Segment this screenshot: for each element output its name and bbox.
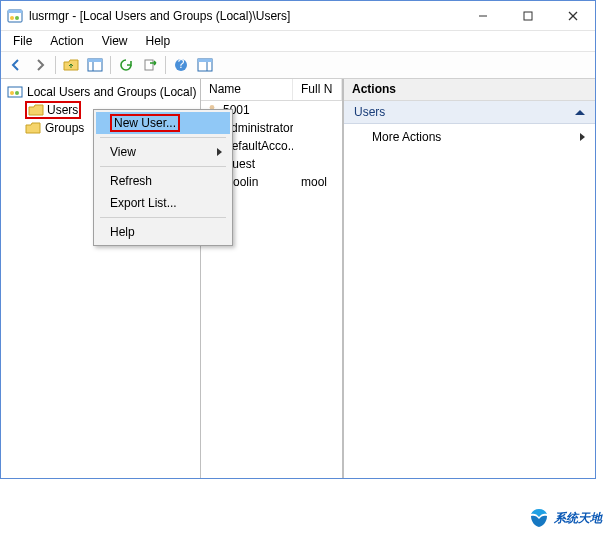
forward-button[interactable] — [29, 54, 51, 76]
tree-users-label: Users — [47, 103, 78, 117]
actions-more[interactable]: More Actions — [344, 124, 595, 150]
tree-root-label: Local Users and Groups (Local) — [27, 85, 196, 99]
actions-group-label: Users — [354, 105, 385, 119]
menu-separator — [100, 166, 226, 167]
actions-more-label: More Actions — [372, 130, 441, 144]
column-fullname[interactable]: Full N — [293, 79, 342, 100]
column-name[interactable]: Name — [201, 79, 293, 100]
show-hide-tree-button[interactable] — [84, 54, 106, 76]
menubar: File Action View Help — [1, 31, 595, 51]
client-area: Local Users and Groups (Local) Users Gro… — [1, 79, 595, 478]
back-button[interactable] — [5, 54, 27, 76]
app-icon — [7, 8, 23, 24]
actions-group-users[interactable]: Users — [344, 101, 595, 124]
watermark-text: 系统天地 — [554, 510, 602, 527]
list-header: Name Full N — [201, 79, 342, 101]
console-root-icon — [7, 85, 23, 99]
context-new-user-label: New User... — [114, 116, 176, 130]
chevron-right-icon — [580, 133, 585, 141]
list-item-full: mool — [293, 175, 342, 189]
highlight-box: Users — [25, 101, 81, 119]
context-refresh-label: Refresh — [110, 174, 152, 188]
menu-action[interactable]: Action — [42, 32, 91, 50]
svg-rect-17 — [8, 87, 22, 97]
svg-point-2 — [10, 16, 14, 20]
menu-file[interactable]: File — [5, 32, 40, 50]
list-item-name: DefaultAcco... — [223, 139, 293, 153]
chevron-right-icon — [217, 148, 222, 156]
context-view-label: View — [110, 145, 136, 159]
svg-rect-1 — [8, 10, 22, 13]
minimize-button[interactable] — [460, 1, 505, 30]
svg-point-18 — [10, 91, 14, 95]
folder-icon — [28, 103, 44, 117]
menu-view[interactable]: View — [94, 32, 136, 50]
maximize-button[interactable] — [505, 1, 550, 30]
toolbar-separator — [110, 56, 111, 74]
tree-root[interactable]: Local Users and Groups (Local) — [3, 83, 198, 101]
toolbar: ? — [1, 51, 595, 79]
tree-groups-label: Groups — [45, 121, 84, 135]
actions-header: Actions — [344, 79, 595, 101]
titlebar: lusrmgr - [Local Users and Groups (Local… — [1, 1, 595, 31]
svg-point-3 — [15, 16, 19, 20]
refresh-button[interactable] — [115, 54, 137, 76]
window-title: lusrmgr - [Local Users and Groups (Local… — [29, 9, 460, 23]
svg-rect-11 — [145, 60, 153, 70]
svg-point-19 — [15, 91, 19, 95]
main-window: lusrmgr - [Local Users and Groups (Local… — [0, 0, 596, 479]
toolbar-separator — [55, 56, 56, 74]
window-buttons — [460, 1, 595, 30]
collapse-icon — [575, 110, 585, 115]
context-export-label: Export List... — [110, 196, 177, 210]
context-refresh[interactable]: Refresh — [96, 170, 230, 192]
watermark-icon — [528, 507, 550, 529]
svg-text:?: ? — [178, 58, 185, 71]
menu-separator — [100, 217, 226, 218]
svg-rect-9 — [88, 59, 102, 62]
svg-rect-5 — [524, 12, 532, 20]
menu-help[interactable]: Help — [138, 32, 179, 50]
export-list-button[interactable] — [139, 54, 161, 76]
list-item-name: Administrator — [223, 121, 293, 135]
menu-separator — [100, 137, 226, 138]
context-help-label: Help — [110, 225, 135, 239]
highlight-box: New User... — [110, 114, 180, 132]
svg-rect-15 — [198, 59, 212, 62]
context-new-user[interactable]: New User... — [96, 112, 230, 134]
toolbar-separator — [165, 56, 166, 74]
help-button[interactable]: ? — [170, 54, 192, 76]
actions-pane: Actions Users More Actions — [343, 79, 595, 478]
close-button[interactable] — [550, 1, 595, 30]
context-view[interactable]: View — [96, 141, 230, 163]
context-menu: New User... View Refresh Export List... … — [93, 109, 233, 246]
folder-icon — [25, 121, 41, 135]
show-action-pane-button[interactable] — [194, 54, 216, 76]
watermark: 系统天地 — [528, 507, 602, 529]
context-help[interactable]: Help — [96, 221, 230, 243]
up-folder-button[interactable] — [60, 54, 82, 76]
context-export[interactable]: Export List... — [96, 192, 230, 214]
